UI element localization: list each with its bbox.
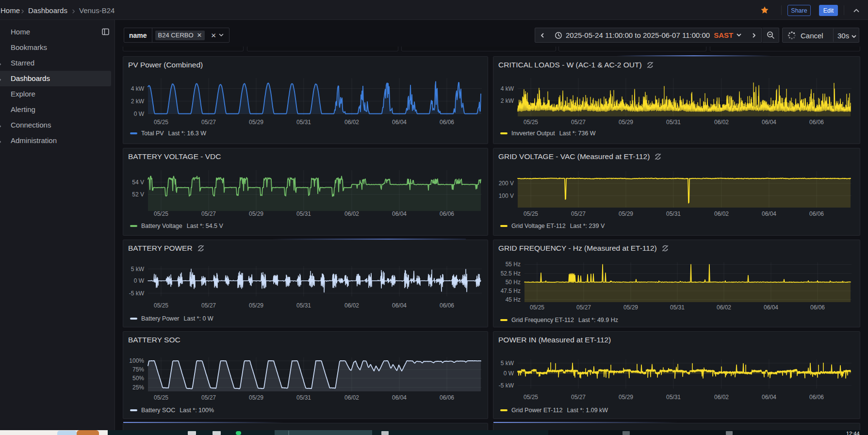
svg-text:06/02: 06/02 xyxy=(344,302,359,309)
svg-text:05/27: 05/27 xyxy=(201,119,216,126)
svg-text:05/27: 05/27 xyxy=(201,210,216,217)
svg-text:05/29: 05/29 xyxy=(619,119,633,126)
svg-text:05/31: 05/31 xyxy=(666,210,681,217)
svg-text:05/25: 05/25 xyxy=(524,119,538,126)
svg-text:5 kW: 5 kW xyxy=(501,360,514,367)
svg-text:4 kW: 4 kW xyxy=(501,85,514,92)
svg-text:75%: 75% xyxy=(132,366,144,373)
svg-text:05/31: 05/31 xyxy=(670,304,685,311)
svg-text:06/02: 06/02 xyxy=(344,119,359,126)
svg-text:4 kW: 4 kW xyxy=(131,85,145,92)
svg-text:05/27: 05/27 xyxy=(576,304,591,311)
svg-text:06/06: 06/06 xyxy=(440,119,454,126)
svg-text:05/29: 05/29 xyxy=(249,119,263,126)
svg-text:-5 kW: -5 kW xyxy=(129,290,145,297)
svg-text:05/31: 05/31 xyxy=(296,394,311,401)
svg-text:06/04: 06/04 xyxy=(764,304,778,311)
svg-text:06/04: 06/04 xyxy=(762,119,776,126)
svg-text:06/06: 06/06 xyxy=(440,210,454,217)
svg-text:06/06: 06/06 xyxy=(809,119,824,126)
svg-text:05/29: 05/29 xyxy=(619,210,633,217)
svg-text:06/02: 06/02 xyxy=(714,394,729,401)
svg-text:47.5 Hz: 47.5 Hz xyxy=(501,288,521,294)
svg-text:05/25: 05/25 xyxy=(530,304,544,311)
svg-text:2 kW: 2 kW xyxy=(501,97,514,104)
svg-text:52.5 Hz: 52.5 Hz xyxy=(501,270,521,277)
svg-text:0 W: 0 W xyxy=(504,370,514,377)
svg-text:05/27: 05/27 xyxy=(571,210,586,217)
svg-text:06/02: 06/02 xyxy=(717,304,731,311)
svg-text:05/25: 05/25 xyxy=(154,394,168,401)
svg-text:06/06: 06/06 xyxy=(809,210,824,217)
svg-text:05/27: 05/27 xyxy=(201,394,216,401)
svg-text:05/27: 05/27 xyxy=(201,302,216,309)
svg-text:05/25: 05/25 xyxy=(154,302,168,309)
svg-text:05/31: 05/31 xyxy=(666,119,681,126)
svg-text:06/02: 06/02 xyxy=(344,394,359,401)
svg-text:06/04: 06/04 xyxy=(392,302,407,309)
svg-text:05/25: 05/25 xyxy=(154,210,168,217)
svg-text:06/06: 06/06 xyxy=(440,394,454,401)
svg-text:0 W: 0 W xyxy=(134,277,145,284)
svg-text:06/02: 06/02 xyxy=(344,210,359,217)
svg-text:06/06: 06/06 xyxy=(440,302,454,309)
svg-text:06/04: 06/04 xyxy=(392,210,407,217)
svg-text:06/04: 06/04 xyxy=(392,119,407,126)
svg-text:05/27: 05/27 xyxy=(571,394,586,401)
svg-text:05/29: 05/29 xyxy=(249,394,263,401)
svg-text:06/04: 06/04 xyxy=(762,394,776,401)
svg-text:05/25: 05/25 xyxy=(154,119,168,126)
svg-text:55 Hz: 55 Hz xyxy=(506,261,521,268)
svg-text:0 W: 0 W xyxy=(134,111,145,117)
svg-text:06/02: 06/02 xyxy=(714,210,729,217)
svg-text:05/31: 05/31 xyxy=(296,210,311,217)
svg-text:2 kW: 2 kW xyxy=(131,98,145,105)
svg-text:50 Hz: 50 Hz xyxy=(506,279,521,286)
svg-text:05/31: 05/31 xyxy=(296,119,311,126)
svg-text:06/02: 06/02 xyxy=(714,119,729,126)
svg-text:06/06: 06/06 xyxy=(809,394,824,401)
svg-text:05/27: 05/27 xyxy=(571,119,586,126)
svg-text:05/29: 05/29 xyxy=(619,394,633,401)
svg-text:-5 kW: -5 kW xyxy=(499,382,514,389)
svg-text:05/25: 05/25 xyxy=(524,210,538,217)
svg-text:200 V: 200 V xyxy=(499,180,514,187)
svg-text:52 V: 52 V xyxy=(132,191,144,198)
svg-text:05/29: 05/29 xyxy=(623,304,638,311)
svg-text:100%: 100% xyxy=(129,357,144,364)
svg-text:05/29: 05/29 xyxy=(249,210,263,217)
svg-text:05/31: 05/31 xyxy=(666,394,681,401)
svg-text:100 V: 100 V xyxy=(499,193,514,199)
svg-text:06/04: 06/04 xyxy=(392,394,407,401)
svg-text:50%: 50% xyxy=(132,375,144,382)
svg-text:05/25: 05/25 xyxy=(524,394,538,401)
svg-text:25%: 25% xyxy=(132,384,144,391)
svg-text:05/31: 05/31 xyxy=(296,302,311,309)
svg-text:45 Hz: 45 Hz xyxy=(506,296,521,303)
svg-text:5 kW: 5 kW xyxy=(131,266,145,273)
svg-text:05/29: 05/29 xyxy=(249,302,263,309)
svg-text:54 V: 54 V xyxy=(132,179,144,186)
svg-text:06/06: 06/06 xyxy=(810,304,825,311)
svg-text:06/04: 06/04 xyxy=(762,210,776,217)
